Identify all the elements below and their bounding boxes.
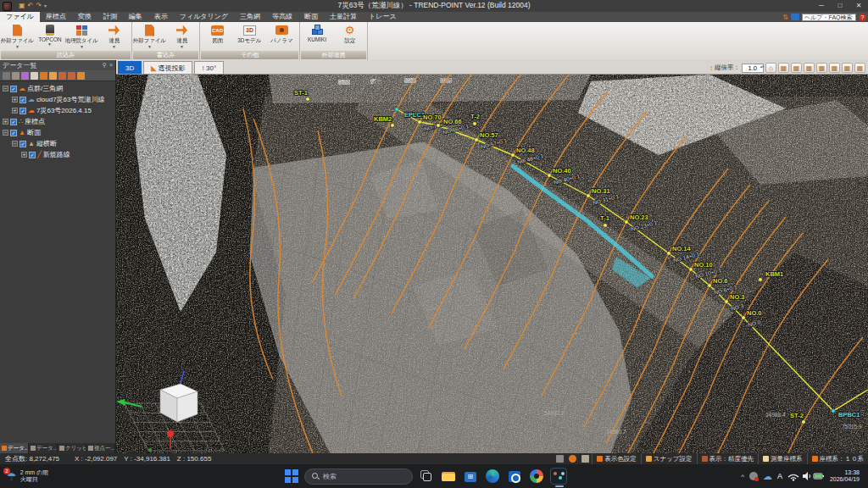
survey-point-marker[interactable] [418, 120, 422, 125]
survey-point-marker[interactable] [802, 420, 806, 424]
viewport-tab-30°[interactable]: !30° [194, 61, 224, 74]
front-view-icon[interactable]: ▦ [804, 63, 815, 73]
collapse-icon[interactable]: − [12, 141, 18, 147]
save-icon[interactable]: ▣ [19, 2, 25, 10]
status-button-スナップ設定[interactable]: スナップ設定 [641, 453, 697, 464]
ribbon-button-地理院タイル[interactable]: 地理院タイル▼ [66, 23, 97, 48]
tray-status-icons[interactable] [787, 471, 825, 481]
tree-item-7災63号2026.4.15[interactable]: +✓☁7災63号2026.4.15 [0, 105, 115, 116]
panel-tab[interactable]: クリッピ... [58, 443, 86, 453]
ribbon-button-3Dモデル[interactable]: 3D3Dモデル [234, 23, 265, 45]
ribbon-button-設定[interactable]: ⚙設定 [334, 23, 365, 45]
pan-view-icon[interactable]: ▦ [791, 63, 802, 73]
vertical-scale-input[interactable]: 1.0 [742, 64, 764, 73]
survey-point-marker[interactable] [742, 316, 746, 320]
ribbon-button-連携[interactable]: 連携▼ [166, 23, 198, 48]
tree-item-新規路線[interactable]: +✓╱新規路線 [0, 149, 115, 160]
tray-chevron-icon[interactable]: ^ [741, 473, 744, 480]
trend-point-app-icon[interactable] [550, 468, 567, 485]
checkbox-checked[interactable]: ✓ [10, 86, 17, 92]
collapse-icon[interactable]: − [3, 130, 8, 136]
ime-indicator[interactable]: A [777, 472, 782, 480]
survey-point-marker[interactable] [832, 409, 836, 413]
point-cloud-viewport[interactable]: ST-1KBM2EPLC1NO.70NO.70+0.1NO.66NO.66+0.… [116, 75, 868, 453]
rotate-view-icon[interactable]: ▦ [778, 63, 789, 73]
redo-icon[interactable]: ↷ [36, 2, 42, 10]
survey-point-marker[interactable] [475, 138, 479, 142]
microsoft-store-icon[interactable] [462, 468, 479, 485]
ribbon-button-パノラマ[interactable]: パノラマ [266, 23, 298, 45]
status-button-表示色設定[interactable]: 表示色設定 [592, 453, 641, 464]
close-button[interactable]: ✕ [849, 0, 868, 12]
survey-point-marker[interactable] [306, 97, 310, 102]
expand-icon[interactable]: + [3, 119, 8, 125]
capture-view-icon[interactable]: ▦ [854, 63, 865, 73]
start-button[interactable] [284, 469, 299, 484]
survey-point-marker[interactable] [395, 108, 399, 112]
outlook-icon[interactable] [506, 468, 523, 485]
survey-point-marker[interactable] [708, 284, 712, 288]
qat-dropdown-icon[interactable]: ▾ [44, 2, 47, 10]
help-icon[interactable]: ? [859, 14, 866, 21]
print-icon[interactable] [581, 455, 589, 463]
menu-item[interactable]: 計測 [97, 12, 123, 22]
weather-widget[interactable]: ☂2 2 mm の雨 火曜日 [0, 469, 110, 483]
survey-point-marker[interactable] [587, 194, 591, 198]
taskbar-clock[interactable]: 13:38 2026/04/19 [830, 469, 863, 483]
update-arrows-icon[interactable]: ⇅ [782, 14, 788, 21]
walk-view-icon[interactable]: ▦ [842, 63, 853, 73]
viewport-tab-3D[interactable]: 3D [118, 61, 142, 74]
expand-icon[interactable]: + [12, 108, 18, 114]
maximize-button[interactable]: □ [831, 0, 849, 12]
expand-icon[interactable]: + [12, 97, 18, 103]
arrow-down-icon[interactable] [49, 72, 57, 80]
menu-item[interactable]: 等高線 [266, 12, 298, 22]
panel-tab[interactable]: 視点一... [86, 443, 115, 453]
minus-box-icon[interactable] [68, 72, 75, 80]
info-icon[interactable] [791, 14, 799, 20]
checkbox-checked[interactable]: ✓ [19, 141, 26, 147]
survey-point-marker[interactable] [689, 268, 693, 272]
ribbon-button-TOPCON[interactable]: TOPCON▼ [34, 23, 65, 46]
photos-icon[interactable] [528, 468, 545, 485]
status-button-表示：精度優先[interactable]: 表示：精度優先 [697, 453, 759, 464]
menu-item[interactable]: 編集 [123, 12, 148, 22]
survey-point-marker[interactable] [604, 224, 608, 228]
diamond-icon[interactable] [21, 72, 29, 80]
checkbox-checked[interactable]: ✓ [19, 108, 26, 114]
file-explorer-icon[interactable] [440, 468, 457, 485]
menu-item[interactable]: 土量計算 [324, 12, 363, 22]
survey-point-marker[interactable] [511, 153, 515, 158]
onedrive-icon[interactable]: ☁ [763, 471, 772, 482]
survey-point-marker[interactable] [725, 300, 729, 304]
plus-box-icon[interactable] [58, 72, 66, 80]
status-button-測量座標系[interactable]: 測量座標系 [758, 453, 807, 464]
menu-item[interactable]: 断面 [298, 12, 324, 22]
tree-item-座標点[interactable]: +✓∴座標点 [0, 116, 115, 127]
tree-item-点群/三角網[interactable]: −✓☁点群/三角網 [0, 83, 115, 94]
help-search-input[interactable]: ヘルプ・FAQ検索 [802, 14, 856, 21]
task-view-icon[interactable] [418, 468, 435, 485]
survey-point-marker[interactable] [473, 122, 477, 126]
cursor-mode-icon[interactable] [556, 455, 564, 463]
top-view-icon[interactable]: ▦ [816, 63, 827, 73]
collapse-icon[interactable]: − [3, 86, 8, 92]
viewport-tab-透視投影[interactable]: ◣透視投影 [143, 61, 192, 74]
edge-browser-icon[interactable] [484, 468, 501, 485]
arrow-up-icon[interactable] [40, 72, 47, 80]
survey-point-marker[interactable] [548, 174, 552, 178]
checkbox-checked[interactable]: ✓ [19, 97, 26, 103]
home-view-icon[interactable]: ⌂ [765, 63, 776, 73]
tree-item-縦横断[interactable]: −✓▲縦横断 [0, 138, 115, 149]
expand-icon[interactable]: + [21, 152, 27, 158]
filter-icon[interactable] [3, 72, 10, 80]
ribbon-button-図面[interactable]: CAD図面 [202, 23, 233, 45]
marker-icon[interactable] [569, 455, 576, 463]
pencil-icon[interactable] [31, 72, 38, 80]
minimize-button[interactable]: ─ [812, 0, 831, 12]
antivirus-tray-icon[interactable] [749, 472, 758, 480]
survey-point-marker[interactable] [391, 124, 395, 128]
panel-tab[interactable]: データ... [0, 443, 29, 453]
survey-point-marker[interactable] [625, 220, 629, 225]
menu-item[interactable]: フィルタリング [174, 12, 234, 22]
